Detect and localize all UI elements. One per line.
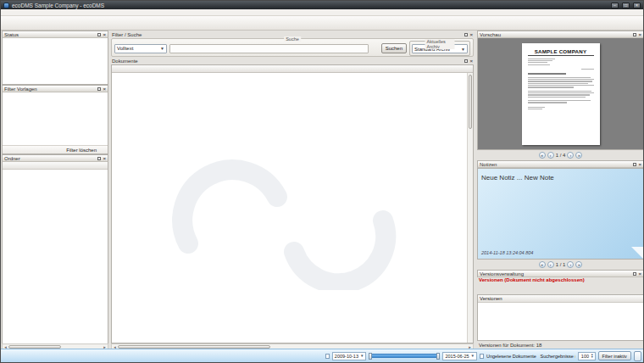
ecodms-window: ecoDMS Sample Company - ecoDMS – □ × Sta…	[0, 0, 644, 363]
maximize-button[interactable]: □	[622, 3, 630, 8]
content-area: Status × Filter Vorlagen × Filter lösche…	[1, 31, 643, 350]
note-fold-corner	[631, 247, 643, 259]
close-panel-icon[interactable]: ×	[103, 157, 106, 160]
results-value: 100	[581, 354, 589, 359]
documents-table	[111, 64, 474, 343]
main-panel: Filter / Suche × Suche Volltext ▼ Suchen…	[109, 31, 475, 350]
float-panel-icon[interactable]	[464, 59, 468, 63]
menu-bar	[1, 9, 643, 16]
status-list	[2, 38, 108, 85]
close-panel-icon[interactable]: ×	[638, 272, 641, 276]
versions-warning: Versionen (Dokument nicht abgeschlossen)	[477, 277, 644, 284]
last-note-button[interactable]: »	[575, 261, 582, 268]
versions-toolbar	[477, 284, 644, 293]
left-sidebar: Status × Filter Vorlagen × Filter lösche…	[2, 31, 108, 350]
archive-groupbox: Aktuelles Archiv Standard Archiv ▼	[409, 41, 470, 56]
preview-pager: « ‹ 1 / 4 › »	[477, 150, 644, 160]
close-panel-icon[interactable]: ×	[638, 163, 641, 166]
preview-panel-title: Vorschau	[480, 32, 501, 37]
close-button[interactable]: ×	[633, 3, 641, 8]
close-panel-icon[interactable]: ×	[638, 33, 641, 36]
chevron-down-icon: ▼	[160, 46, 164, 51]
folder-tree	[3, 177, 108, 348]
minimize-button[interactable]: –	[611, 3, 619, 8]
folder-column-headers[interactable]	[3, 162, 108, 170]
versions-list-header: Versionen	[478, 295, 643, 303]
slider-handle-left[interactable]	[369, 353, 372, 360]
close-panel-icon[interactable]: ×	[103, 33, 106, 36]
add-filter-icon[interactable]	[4, 146, 12, 154]
table-body	[112, 73, 467, 343]
float-panel-icon[interactable]	[633, 272, 636, 276]
archive-group-label: Aktuelles Archiv	[425, 39, 455, 49]
next-page-button[interactable]: ›	[567, 152, 574, 159]
status-panel-header: Status ×	[2, 31, 108, 38]
first-page-button[interactable]: «	[539, 152, 546, 159]
search-group-label: Suche	[284, 36, 301, 42]
filter-footer: Filter löschen	[3, 145, 108, 154]
filter-panel-header: Filter Vorlagen ×	[2, 85, 108, 92]
documents-panel-header: Dokumente ×	[109, 57, 475, 64]
unread-label: Ungelesene Dokumente markieren	[486, 354, 538, 359]
timeline-checkbox[interactable]	[325, 354, 330, 359]
results-spinner[interactable]: 100 ▲▼	[578, 352, 596, 360]
next-note-button[interactable]: ›	[567, 261, 574, 268]
notes-page-label: 1 / 1	[556, 262, 566, 267]
preview-doc-title: SAMPLE COMPANY	[528, 48, 594, 54]
filter-inactive-button[interactable]: Filter inaktiv	[598, 351, 631, 360]
float-panel-icon[interactable]	[97, 33, 101, 36]
table-vertical-scrollbar[interactable]	[467, 73, 473, 343]
table-header-row	[112, 65, 473, 73]
close-panel-icon[interactable]: ×	[469, 59, 473, 63]
chevron-down-icon: ▼	[360, 354, 364, 358]
search-input[interactable]	[169, 44, 369, 53]
prev-note-button[interactable]: ‹	[547, 261, 554, 268]
note-timestamp: 2014-11-18 13:24:04.804	[481, 250, 533, 255]
clear-filter-button[interactable]: Filter löschen	[66, 148, 97, 153]
float-panel-icon[interactable]	[97, 87, 101, 91]
versions-footer: Versionen für Dokument: 18	[477, 343, 644, 348]
preview-page-label: 1 / 4	[556, 153, 566, 158]
versions-panel-header: Versionsverwaltung ×	[477, 270, 644, 277]
notes-panel-title: Notizen	[480, 162, 497, 167]
float-panel-icon[interactable]	[633, 163, 636, 166]
note-card[interactable]: Neue Notiz ... New Note 2014-11-18 13:24…	[477, 168, 644, 260]
first-note-button[interactable]: «	[539, 261, 546, 268]
status-bar: 2009-10-13 ▼ 2015-06-25 ▼ Ungelesene Dok…	[1, 349, 643, 362]
notes-pager: « ‹ 1 / 1 › »	[477, 260, 644, 270]
app-icon	[3, 3, 9, 8]
unread-checkbox[interactable]	[480, 354, 484, 359]
clear-filter-icon[interactable]	[98, 146, 106, 154]
float-panel-icon[interactable]	[464, 33, 468, 36]
chevron-down-icon: ▼	[461, 47, 465, 52]
date-to-picker[interactable]: 2015-06-25 ▼	[442, 352, 477, 360]
quick-filter-icon[interactable]	[634, 351, 641, 361]
folder-panel-title: Ordner	[4, 156, 20, 161]
chevron-down-icon: ▼	[471, 354, 475, 358]
filter-templates-panel: Filter löschen	[2, 92, 108, 154]
search-button[interactable]: Suchen	[381, 43, 407, 53]
preview-panel-header: Vorschau ×	[477, 31, 644, 38]
close-panel-icon[interactable]: ×	[103, 87, 106, 91]
float-panel-icon[interactable]	[97, 157, 101, 160]
folder-panel-header: Ordner ×	[2, 154, 108, 162]
last-page-button[interactable]: »	[575, 152, 582, 159]
notes-panel-header: Notizen ×	[477, 160, 644, 168]
filter-panel-title: Filter Vorlagen	[4, 87, 37, 92]
search-mode-value: Volltext	[117, 46, 133, 51]
close-panel-icon[interactable]: ×	[469, 33, 473, 36]
folder-panel	[2, 162, 108, 349]
search-mode-select[interactable]: Volltext ▼	[114, 44, 167, 53]
spin-down-icon[interactable]: ▼	[591, 356, 593, 359]
document-preview[interactable]: SAMPLE COMPANY	[477, 38, 644, 150]
date-range-slider[interactable]	[369, 354, 440, 358]
results-label: Suchergebnisse (max.):	[540, 354, 575, 359]
date-from-picker[interactable]: 2009-10-13 ▼	[332, 352, 367, 360]
search-settings-gear-icon[interactable]	[371, 45, 379, 53]
scrollbar-thumb[interactable]	[469, 75, 472, 129]
prev-page-button[interactable]: ‹	[547, 152, 554, 159]
slider-handle-right[interactable]	[436, 353, 440, 360]
right-sidebar: Vorschau × SAMPLE COMPANY	[477, 31, 644, 350]
float-panel-icon[interactable]	[633, 33, 636, 36]
status-panel-title: Status	[4, 32, 19, 37]
